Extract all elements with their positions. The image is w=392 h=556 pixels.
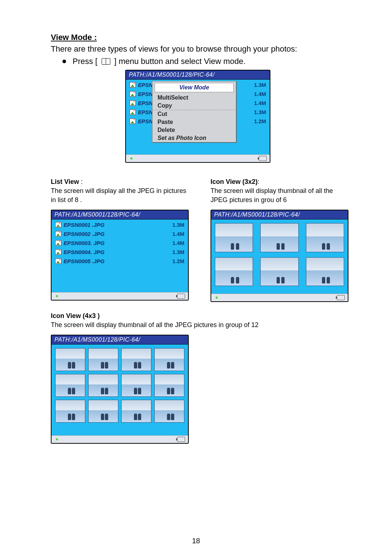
file-row[interactable]: EPSN0004. JPG1.3M xyxy=(55,249,184,255)
status-bar xyxy=(211,294,348,301)
thumbnail[interactable] xyxy=(88,348,118,371)
status-bar xyxy=(52,435,188,443)
battery-icon xyxy=(177,437,185,442)
thumbnail[interactable] xyxy=(55,400,85,423)
status-bar xyxy=(52,292,188,300)
menu-item-copy[interactable]: Copy xyxy=(152,102,236,110)
press-text-before: Press [ xyxy=(73,57,100,66)
file-name: EPSN0003. JPG xyxy=(64,240,170,246)
press-text-after: ] menu button and select View mode. xyxy=(114,57,246,66)
thumbnail[interactable] xyxy=(154,348,184,371)
thumbnail[interactable] xyxy=(121,400,151,423)
image-icon xyxy=(55,240,61,246)
path-bar: PATH:/A1/MS0001/128/PIC-64/ xyxy=(52,335,188,345)
bullet-dot-icon xyxy=(62,60,66,63)
file-size: 1.3M xyxy=(254,82,266,88)
file-row[interactable]: EPSN0002 .JPG1.4M xyxy=(55,231,184,237)
file-size: 1.2M xyxy=(254,118,266,124)
thumbnail[interactable] xyxy=(215,257,253,286)
thumbnail[interactable] xyxy=(306,257,344,286)
battery-icon xyxy=(177,294,185,299)
page-number: 18 xyxy=(0,537,392,545)
iconview3x2-desc: The screen will display thumbnail of all… xyxy=(211,186,348,205)
image-icon xyxy=(130,100,136,106)
menu-selected-viewmode[interactable]: View Mode xyxy=(155,83,234,92)
path-bar: PATH:/A1/MS0001/128/PIC-64/ xyxy=(126,70,270,80)
file-size: 1.3M xyxy=(254,109,266,115)
thumbnail[interactable] xyxy=(55,374,85,397)
thumbnail[interactable] xyxy=(88,400,118,423)
screen-list-view: PATH:/A1/MS0001/128/PIC-64/ EPSN0001 .JP… xyxy=(51,210,189,301)
thumbnail[interactable] xyxy=(306,223,344,252)
file-name: EPSN0001 .JPG xyxy=(64,222,170,228)
file-size: 1.4M xyxy=(172,240,184,246)
iconview3x2-heading: Icon View (3x2): xyxy=(211,178,348,186)
menu-item-cut[interactable]: Cut xyxy=(152,110,236,118)
image-icon xyxy=(55,249,61,255)
thumbnail[interactable] xyxy=(121,348,151,371)
thumbnail[interactable] xyxy=(215,223,253,252)
thumbnail[interactable] xyxy=(154,374,184,397)
thumbnail[interactable] xyxy=(55,348,85,371)
path-bar: PATH:/A1/MS0001/128/PIC-64/ xyxy=(52,210,188,219)
menu-item-delete[interactable]: Delete xyxy=(152,126,236,134)
file-row[interactable]: EPSN0001 .JPG1.3M xyxy=(55,222,184,228)
menu-item-paste[interactable]: Paste xyxy=(152,118,236,126)
intro-text: There are three types of views for you t… xyxy=(51,44,345,55)
image-icon xyxy=(130,82,136,88)
listview-desc: The screen will display all the JPEG in … xyxy=(51,186,189,205)
image-icon xyxy=(55,231,61,237)
image-icon xyxy=(55,222,61,227)
file-name: EPSN0005 .JPG xyxy=(64,258,170,264)
battery-icon xyxy=(337,295,345,300)
status-bar xyxy=(126,154,270,162)
status-dot-icon xyxy=(55,294,59,298)
menu-book-icon xyxy=(102,58,110,65)
status-dot-icon xyxy=(55,438,59,441)
image-icon xyxy=(130,118,136,124)
screen-icon-4x3: PATH:/A1/MS0001/128/PIC-64/ xyxy=(51,335,189,444)
iconview4x3-desc: The screen will display thumbnail of all… xyxy=(51,321,345,330)
file-size: 1.4M xyxy=(254,100,266,106)
screen-viewmode-menu: PATH:/A1/MS0001/128/PIC-64/ EPSN1.3M EPS… xyxy=(125,70,270,163)
file-name: EPSN0004. JPG xyxy=(64,249,170,255)
status-dot-icon xyxy=(130,157,133,160)
file-size: 1.2M xyxy=(172,258,184,264)
status-dot-icon xyxy=(215,296,219,299)
thumbnail[interactable] xyxy=(154,400,184,423)
file-row[interactable]: EPSN0003. JPG1.4M xyxy=(55,240,184,246)
image-icon xyxy=(55,258,61,264)
file-size: 1.3M xyxy=(172,222,184,228)
path-bar: PATH:/A1/MS0001/128/PIC-64/ xyxy=(211,210,348,219)
file-size: 1.4M xyxy=(172,231,184,237)
image-icon xyxy=(130,109,136,115)
menu-item-multiselect[interactable]: MultiSelect xyxy=(152,94,236,102)
thumbnail[interactable] xyxy=(121,374,151,397)
thumbnail[interactable] xyxy=(88,374,118,397)
thumbnail[interactable] xyxy=(260,223,298,252)
thumbnail[interactable] xyxy=(260,257,298,286)
file-size: 1.3M xyxy=(172,249,184,255)
screen-icon-3x2: PATH:/A1/MS0001/128/PIC-64/ xyxy=(211,210,348,302)
iconview4x3-heading: Icon View (4x3 ) xyxy=(51,312,345,320)
section-heading: View Mode : xyxy=(51,33,345,42)
bullet-item: Press [ ] menu button and select View mo… xyxy=(62,57,345,66)
battery-icon xyxy=(259,156,267,161)
menu-item-set-photo-icon[interactable]: Set as Photo Icon xyxy=(152,134,236,142)
file-row[interactable]: EPSN0005 .JPG1.2M xyxy=(55,258,184,264)
file-size: 1.4M xyxy=(254,91,266,97)
listview-heading: List View : xyxy=(51,178,189,186)
context-menu[interactable]: View Mode MultiSelect Copy Cut Paste Del… xyxy=(152,81,236,142)
image-icon xyxy=(130,91,136,97)
file-name: EPSN0002 .JPG xyxy=(64,231,170,237)
